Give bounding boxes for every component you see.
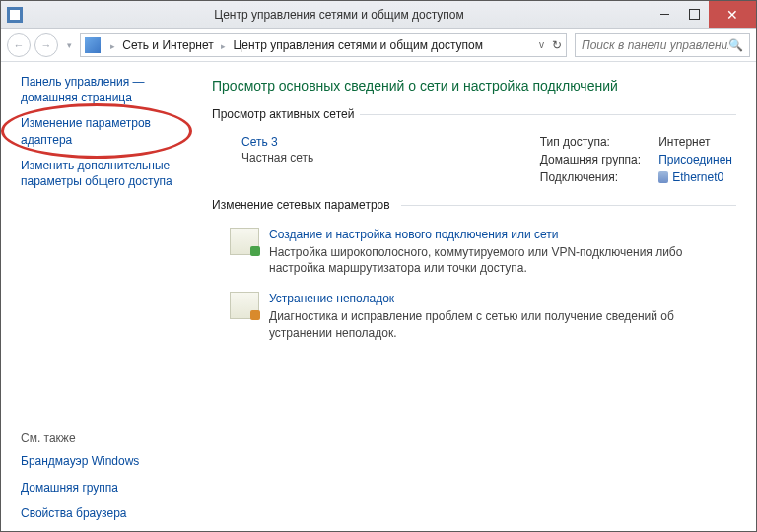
troubleshoot-item[interactable]: Устранение неполадок Диагностика и испра… [212,284,736,348]
main-panel: Просмотр основных сведений о сети и наст… [202,62,756,531]
network-name-link[interactable]: Сеть 3 [241,135,540,149]
connection-link[interactable]: Ethernet0 [672,170,723,184]
access-type-value: Интернет [658,135,732,149]
minimize-button[interactable] [650,1,679,28]
homegroup-link[interactable]: Домашняя группа [21,480,188,496]
titlebar: Центр управления сетями и общим доступом… [1,1,756,29]
forward-button[interactable]: → [34,33,58,57]
firewall-link[interactable]: Брандмауэр Windows [21,453,188,469]
refresh-icon[interactable]: ↻ [552,38,562,52]
browser-properties-link[interactable]: Свойства браузера [21,505,188,521]
breadcrumb-item[interactable]: Сеть и Интернет [122,38,213,52]
maximize-button[interactable] [679,1,709,28]
breadcrumb[interactable]: ▸ Сеть и Интернет ▸ Центр управления сет… [106,38,483,52]
app-icon [7,7,23,23]
setup-connection-title[interactable]: Создание и настройка нового подключения … [269,228,732,241]
chevron-down-icon[interactable]: v [539,39,544,50]
advanced-sharing-link[interactable]: Изменить дополнительные параметры общего… [21,158,188,189]
back-button[interactable]: ← [7,33,31,57]
separator-icon: ▸ [217,41,230,51]
setup-connection-icon [230,228,259,255]
toolbar: ← → ▾ ▸ Сеть и Интернет ▸ Центр управлен… [1,29,756,62]
window-buttons: ✕ [650,1,756,28]
location-icon [85,37,101,53]
network-type: Частная сеть [241,151,540,165]
troubleshoot-title[interactable]: Устранение неполадок [269,292,732,305]
connections-label: Подключения: [540,170,641,184]
change-settings-label: Изменение сетевых параметров [212,198,736,212]
homegroup-value-link[interactable]: Присоединен [658,153,732,166]
setup-connection-desc: Настройка широкополосного, коммутируемог… [269,244,732,276]
search-box[interactable]: 🔍 [575,33,750,57]
body: Панель управления — домашняя страница Из… [1,62,756,531]
see-also-label: См. также [21,432,188,445]
page-heading: Просмотр основных сведений о сети и наст… [212,78,736,94]
troubleshoot-icon [230,292,259,319]
breadcrumb-item[interactable]: Центр управления сетями и общим доступом [233,38,483,52]
sidebar: Панель управления — домашняя страница Из… [1,62,202,531]
network-block: Сеть 3 Частная сеть Тип доступа: Домашня… [212,129,736,198]
window: Центр управления сетями и общим доступом… [0,0,757,532]
access-type-label: Тип доступа: [540,135,641,149]
setup-connection-item[interactable]: Создание и настройка нового подключения … [212,220,736,284]
active-networks-label: Просмотр активных сетей [212,107,736,121]
separator-icon: ▸ [106,41,119,51]
history-dropdown-icon[interactable]: ▾ [62,40,76,50]
search-icon: 🔍 [728,38,743,52]
adapter-settings-link[interactable]: Изменение параметров адаптера [21,115,188,147]
ethernet-icon [658,171,668,183]
search-input[interactable] [582,38,728,52]
troubleshoot-desc: Диагностика и исправление проблем с сеть… [269,308,732,340]
window-title: Центр управления сетями и общим доступом [29,8,650,22]
close-button[interactable]: ✕ [709,1,756,28]
address-bar[interactable]: ▸ Сеть и Интернет ▸ Центр управления сет… [80,33,567,57]
homegroup-label: Домашняя группа: [540,153,641,166]
control-panel-home-link[interactable]: Панель управления — домашняя страница [21,74,188,105]
